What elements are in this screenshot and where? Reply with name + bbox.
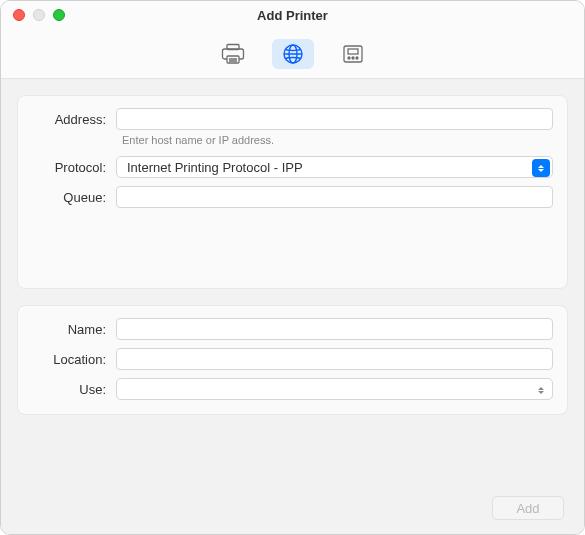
default-printer-tab[interactable] <box>212 39 254 69</box>
use-label: Use: <box>32 382 116 397</box>
protocol-row: Protocol: Internet Printing Protocol - I… <box>32 156 553 178</box>
window-title: Add Printer <box>1 8 584 23</box>
updown-arrows-icon <box>532 159 550 177</box>
svg-point-10 <box>348 57 350 59</box>
printer-icon <box>220 43 246 65</box>
mode-segmented-control <box>212 39 374 69</box>
svg-rect-9 <box>348 49 358 54</box>
printer-info-panel: Name: Location: Use: <box>17 305 568 415</box>
spacer <box>17 415 568 484</box>
printer-advanced-icon <box>340 43 366 65</box>
globe-icon <box>280 43 306 65</box>
svg-point-11 <box>352 57 354 59</box>
name-input[interactable] <box>116 318 553 340</box>
location-row: Location: <box>32 348 553 370</box>
address-row: Address: <box>32 108 553 130</box>
svg-point-12 <box>356 57 358 59</box>
content-area: Address: Enter host name or IP address. … <box>1 79 584 535</box>
add-button-label: Add <box>516 501 539 516</box>
toolbar <box>1 29 584 79</box>
queue-row: Queue: <box>32 186 553 208</box>
use-select[interactable] <box>116 378 553 400</box>
protocol-select[interactable]: Internet Printing Protocol - IPP <box>116 156 553 178</box>
address-hint: Enter host name or IP address. <box>116 134 553 146</box>
queue-label: Queue: <box>32 190 116 205</box>
name-row: Name: <box>32 318 553 340</box>
name-label: Name: <box>32 322 116 337</box>
protocol-value: Internet Printing Protocol - IPP <box>127 160 303 175</box>
queue-input[interactable] <box>116 186 553 208</box>
use-row: Use: <box>32 378 553 400</box>
address-label: Address: <box>32 112 116 127</box>
connection-panel: Address: Enter host name or IP address. … <box>17 95 568 289</box>
ip-printer-tab[interactable] <box>272 39 314 69</box>
use-select-wrap <box>116 378 553 400</box>
advanced-printer-tab[interactable] <box>332 39 374 69</box>
location-label: Location: <box>32 352 116 367</box>
protocol-label: Protocol: <box>32 160 116 175</box>
add-printer-window: Add Printer <box>0 0 585 535</box>
updown-arrows-icon <box>532 381 550 399</box>
titlebar: Add Printer <box>1 1 584 29</box>
footer: Add <box>17 484 568 520</box>
address-input[interactable] <box>116 108 553 130</box>
add-button[interactable]: Add <box>492 496 564 520</box>
protocol-select-wrap: Internet Printing Protocol - IPP <box>116 156 553 178</box>
location-input[interactable] <box>116 348 553 370</box>
